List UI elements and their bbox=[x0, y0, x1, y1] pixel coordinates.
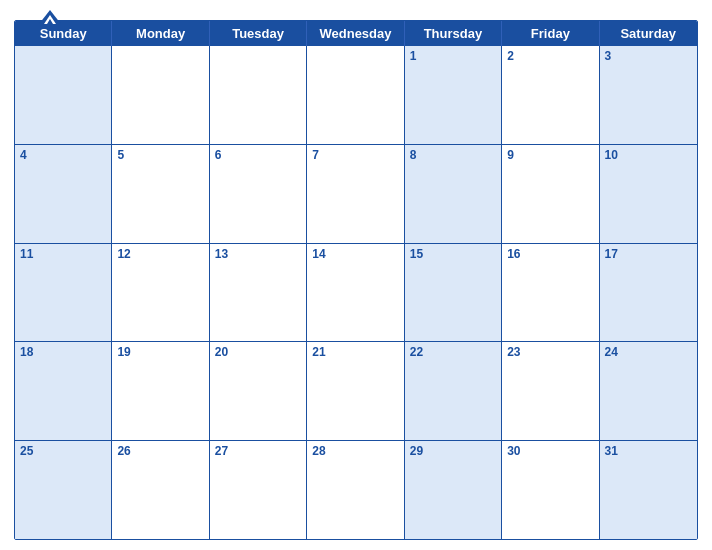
day-number: 15 bbox=[410, 247, 423, 261]
day-number: 2 bbox=[507, 49, 514, 63]
day-number: 21 bbox=[312, 345, 325, 359]
weekday-header-friday: Friday bbox=[502, 21, 599, 46]
day-number: 19 bbox=[117, 345, 130, 359]
day-number: 30 bbox=[507, 444, 520, 458]
cal-cell: 30 bbox=[502, 441, 599, 539]
day-number: 28 bbox=[312, 444, 325, 458]
cal-cell bbox=[15, 46, 112, 144]
day-number: 25 bbox=[20, 444, 33, 458]
day-number: 16 bbox=[507, 247, 520, 261]
calendar-body: 1234567891011121314151617181920212223242… bbox=[15, 46, 697, 539]
weekday-header-thursday: Thursday bbox=[405, 21, 502, 46]
cal-cell: 28 bbox=[307, 441, 404, 539]
week-row-0: 123 bbox=[15, 46, 697, 144]
cal-cell: 26 bbox=[112, 441, 209, 539]
day-number: 4 bbox=[20, 148, 27, 162]
cal-cell: 9 bbox=[502, 145, 599, 243]
weekday-header-monday: Monday bbox=[112, 21, 209, 46]
cal-cell: 2 bbox=[502, 46, 599, 144]
cal-cell: 23 bbox=[502, 342, 599, 440]
calendar-grid: SundayMondayTuesdayWednesdayThursdayFrid… bbox=[14, 20, 698, 540]
week-row-2: 11121314151617 bbox=[15, 243, 697, 342]
cal-cell: 29 bbox=[405, 441, 502, 539]
cal-cell: 13 bbox=[210, 244, 307, 342]
day-number: 11 bbox=[20, 247, 33, 261]
day-number: 12 bbox=[117, 247, 130, 261]
cal-cell: 16 bbox=[502, 244, 599, 342]
cal-cell: 11 bbox=[15, 244, 112, 342]
calendar-page: SundayMondayTuesdayWednesdayThursdayFrid… bbox=[0, 0, 712, 550]
cal-cell: 12 bbox=[112, 244, 209, 342]
cal-cell: 31 bbox=[600, 441, 697, 539]
day-number: 1 bbox=[410, 49, 417, 63]
cal-cell: 24 bbox=[600, 342, 697, 440]
day-number: 7 bbox=[312, 148, 319, 162]
cal-cell: 14 bbox=[307, 244, 404, 342]
day-number: 13 bbox=[215, 247, 228, 261]
cal-cell: 22 bbox=[405, 342, 502, 440]
day-number: 3 bbox=[605, 49, 612, 63]
day-number: 8 bbox=[410, 148, 417, 162]
week-row-3: 18192021222324 bbox=[15, 341, 697, 440]
cal-cell bbox=[112, 46, 209, 144]
day-number: 22 bbox=[410, 345, 423, 359]
day-number: 6 bbox=[215, 148, 222, 162]
day-number: 24 bbox=[605, 345, 618, 359]
day-number: 17 bbox=[605, 247, 618, 261]
cal-cell: 20 bbox=[210, 342, 307, 440]
cal-cell: 3 bbox=[600, 46, 697, 144]
cal-cell: 18 bbox=[15, 342, 112, 440]
cal-cell: 15 bbox=[405, 244, 502, 342]
day-number: 5 bbox=[117, 148, 124, 162]
weekday-header-row: SundayMondayTuesdayWednesdayThursdayFrid… bbox=[15, 21, 697, 46]
day-number: 20 bbox=[215, 345, 228, 359]
week-row-4: 25262728293031 bbox=[15, 440, 697, 539]
day-number: 10 bbox=[605, 148, 618, 162]
weekday-header-tuesday: Tuesday bbox=[210, 21, 307, 46]
week-row-1: 45678910 bbox=[15, 144, 697, 243]
cal-cell: 6 bbox=[210, 145, 307, 243]
day-number: 31 bbox=[605, 444, 618, 458]
day-number: 27 bbox=[215, 444, 228, 458]
day-number: 23 bbox=[507, 345, 520, 359]
cal-cell: 1 bbox=[405, 46, 502, 144]
cal-cell: 27 bbox=[210, 441, 307, 539]
cal-cell: 17 bbox=[600, 244, 697, 342]
cal-cell: 8 bbox=[405, 145, 502, 243]
day-number: 14 bbox=[312, 247, 325, 261]
cal-cell bbox=[307, 46, 404, 144]
day-number: 26 bbox=[117, 444, 130, 458]
logo-icon bbox=[39, 10, 61, 24]
cal-cell: 5 bbox=[112, 145, 209, 243]
day-number: 18 bbox=[20, 345, 33, 359]
cal-cell: 10 bbox=[600, 145, 697, 243]
weekday-header-wednesday: Wednesday bbox=[307, 21, 404, 46]
calendar-header bbox=[14, 10, 698, 20]
cal-cell: 21 bbox=[307, 342, 404, 440]
cal-cell: 4 bbox=[15, 145, 112, 243]
cal-cell bbox=[210, 46, 307, 144]
cal-cell: 7 bbox=[307, 145, 404, 243]
day-number: 29 bbox=[410, 444, 423, 458]
day-number: 9 bbox=[507, 148, 514, 162]
logo bbox=[14, 10, 86, 25]
weekday-header-saturday: Saturday bbox=[600, 21, 697, 46]
cal-cell: 25 bbox=[15, 441, 112, 539]
cal-cell: 19 bbox=[112, 342, 209, 440]
